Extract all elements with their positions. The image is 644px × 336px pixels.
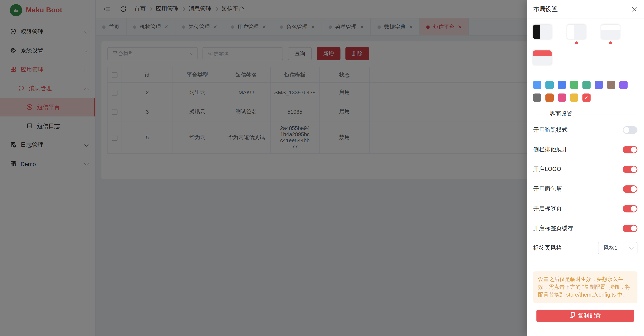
drawer-title: 布局设置 [533, 5, 558, 13]
setting-logo: 开启LOGO [533, 160, 638, 179]
theme-color-swatch[interactable] [558, 81, 566, 89]
theme-color-swatch[interactable] [533, 81, 541, 89]
selected-dot-icon [541, 67, 544, 70]
app-window: Maku Boot 权限管理 系统设置 应用管理 消息管理 [0, 0, 644, 336]
setting-breadcrumb: 开启面包屑 [533, 179, 638, 199]
layout-thumb-primary-header [533, 50, 552, 65]
theme-color-swatch-selected[interactable]: ✓ [582, 94, 590, 102]
theme-color-swatch[interactable] [533, 94, 541, 102]
selected-dot-icon [575, 41, 578, 44]
drawer-body: ✓ 界面设置 开启暗黑模式 侧栏排他展开 开启LOGO 开启面包屑 [527, 18, 644, 322]
layout-option-light-sidebar[interactable] [567, 24, 586, 44]
chevron-down-icon [630, 245, 634, 249]
setting-label: 开启暗黑模式 [533, 126, 568, 134]
theme-color-swatch[interactable] [607, 81, 615, 89]
layout-settings-drawer: 布局设置 [527, 0, 644, 336]
setting-label: 标签页风格 [533, 244, 562, 252]
logo-toggle[interactable] [622, 166, 637, 173]
copy-config-label: 复制配置 [578, 312, 601, 319]
theme-color-swatches: ✓ [533, 81, 638, 106]
dark-mode-toggle[interactable] [622, 126, 637, 134]
layout-option-light-header[interactable] [601, 24, 620, 44]
theme-color-swatch[interactable] [558, 94, 566, 102]
layout-option-primary-header[interactable] [533, 50, 552, 70]
layout-options [533, 24, 638, 76]
sidebar-accordion-toggle[interactable] [622, 146, 637, 154]
selected-dot-icon [609, 41, 612, 44]
theme-color-swatch[interactable] [595, 81, 603, 89]
setting-sidebar-accordion: 侧栏排他展开 [533, 140, 638, 160]
theme-color-swatch[interactable] [546, 81, 554, 89]
close-icon[interactable] [631, 6, 638, 12]
setting-dark-mode: 开启暗黑模式 [533, 120, 638, 140]
breadcrumb-toggle[interactable] [622, 185, 637, 193]
layout-thumb-light-sidebar [567, 24, 586, 39]
layout-option-dark-sidebar[interactable] [533, 24, 552, 44]
setting-label: 开启面包屑 [533, 185, 562, 193]
setting-tab-style: 标签页风格 风格1 [533, 238, 638, 258]
layout-thumb-light-header [601, 24, 620, 39]
interface-settings-divider: 界面设置 [533, 110, 638, 118]
theme-color-swatch[interactable] [620, 81, 628, 89]
setting-label: 开启LOGO [533, 166, 561, 173]
layout-thumb-dark-sidebar [533, 24, 552, 39]
tab-style-value: 风格1 [604, 244, 618, 252]
theme-color-swatch[interactable] [570, 94, 578, 102]
tabs-toggle[interactable] [622, 205, 637, 212]
tab-cache-toggle[interactable] [622, 225, 637, 232]
theme-color-swatch[interactable] [582, 81, 590, 89]
drawer-header: 布局设置 [527, 0, 644, 18]
setting-label: 开启标签页缓存 [533, 225, 574, 232]
settings-notice: 设置之后仅是临时生效，要想永久生效，需点击下方的 "复制配置" 按钮，将配置替换… [533, 271, 638, 303]
divider [533, 264, 638, 264]
setting-tabs: 开启标签页 [533, 199, 638, 219]
copy-icon [570, 312, 575, 319]
theme-color-swatch[interactable] [570, 81, 578, 89]
theme-color-swatch[interactable] [546, 94, 554, 102]
setting-label: 开启标签页 [533, 205, 562, 212]
setting-tab-cache: 开启标签页缓存 [533, 219, 638, 238]
copy-config-button[interactable]: 复制配置 [536, 309, 634, 322]
interface-settings-title: 界面设置 [550, 110, 572, 118]
setting-label: 侧栏排他展开 [533, 146, 568, 154]
selected-dot-icon [541, 41, 544, 44]
tab-style-select[interactable]: 风格1 [598, 242, 638, 254]
